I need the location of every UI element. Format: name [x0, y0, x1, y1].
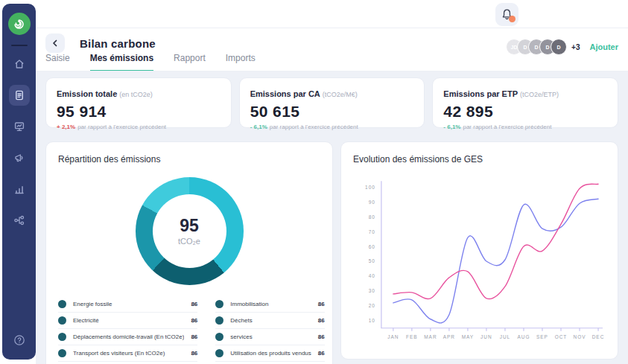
svg-text:MAR: MAR — [424, 334, 437, 339]
kpi-unit: (en tCO2e) — [119, 91, 153, 98]
sidebar-item-analytics[interactable] — [9, 179, 30, 199]
donut-chart-title: Répartition des émissions — [58, 154, 320, 165]
topbar — [36, 0, 628, 28]
kpi-card-emissions-par-ca: Emissions par CA(tCO2e/M€) 50 615 - 6,1%… — [239, 77, 425, 128]
svg-text:90: 90 — [369, 199, 375, 205]
legend-dot-icon — [58, 333, 66, 341]
legend-dot-icon — [215, 349, 223, 357]
svg-text:SEP: SEP — [536, 334, 548, 339]
kpi-row: Emission totale(en tCO2e) 95 914 + 2,1%p… — [45, 77, 618, 128]
kpi-value: 50 615 — [250, 103, 414, 121]
back-button[interactable] — [45, 33, 65, 53]
sidebar-item-help[interactable] — [9, 330, 30, 351]
svg-text:30: 30 — [369, 288, 375, 293]
app-logo-icon[interactable] — [8, 13, 31, 35]
svg-text:NOV: NOV — [574, 334, 586, 339]
tab-imports[interactable]: Imports — [226, 53, 256, 71]
legend-dot-icon — [215, 333, 223, 341]
donut-total-value: 95 — [180, 217, 199, 234]
megaphone-icon — [13, 152, 25, 164]
legend-dot-icon — [58, 316, 66, 325]
legend-label: Energie fossile — [73, 301, 184, 307]
legend-value: 86 — [191, 317, 197, 324]
legend-item: Déchets 86 — [215, 313, 324, 329]
legend-label: Déplacements domicile-travail (En tCO2e) — [73, 333, 184, 340]
legend-label: Immobilisation — [230, 301, 311, 307]
legend-label: services — [230, 333, 311, 340]
legend-value: 86 — [318, 333, 325, 340]
svg-text:50: 50 — [369, 258, 375, 264]
legend-dot-icon — [215, 300, 223, 308]
chevron-left-icon — [51, 39, 60, 48]
legend-item: Immobilisation 86 — [215, 296, 324, 313]
legend-value: 86 — [191, 333, 197, 340]
line-chart-title: Evolution des émissions de GES — [353, 154, 606, 165]
monitor-icon — [13, 121, 25, 132]
avatar-overflow-count: +3 — [571, 43, 580, 51]
kpi-card-emissions-par-etp: Emissions par ETP(tCO2e/ETP) 42 895 - 6,… — [432, 77, 618, 128]
kpi-delta-percent: - 6,1% — [250, 124, 267, 130]
legend-item: Energie fossile 86 — [58, 296, 197, 313]
svg-text:100: 100 — [365, 185, 375, 190]
tab-bar: Saisie Mes émissions Rapport Imports — [45, 53, 618, 71]
donut-chart-card: Répartition des émissions 95 tCO₂e Energ… — [45, 141, 333, 364]
sidebar-item-home[interactable] — [9, 54, 30, 74]
ges-evolution-chart: 102030405060708090100JANFEBMARAPRMAYJUNJ… — [353, 169, 606, 348]
kpi-card-emission-totale: Emission totale(en tCO2e) 95 914 + 2,1%p… — [45, 77, 232, 128]
legend-value: 86 — [318, 350, 325, 357]
document-icon — [13, 89, 25, 101]
sidebar-item-monitor[interactable] — [9, 116, 30, 137]
add-member-link[interactable]: Ajouter — [590, 42, 619, 51]
svg-text:APR: APR — [443, 334, 455, 339]
sidebar — [2, 4, 36, 360]
donut-legend: Energie fossile 86 Electricité 86 Déplac… — [58, 296, 320, 364]
donut-chart: 95 tCO₂e — [136, 177, 244, 285]
legend-dot-icon — [58, 349, 66, 357]
legend-item: Electricité 86 — [58, 313, 197, 329]
kpi-delta: - 6,1%par rapport à l'exercice précédent — [250, 124, 414, 130]
donut-total-unit: tCO₂e — [178, 237, 200, 246]
legend-item: Transport des visiteurs (En tCO2e) 86 — [58, 345, 197, 362]
kpi-title: Emission totale — [57, 89, 117, 98]
tab-rapport[interactable]: Rapport — [174, 53, 206, 71]
sidebar-item-announcements[interactable] — [9, 147, 30, 168]
svg-text:40: 40 — [369, 273, 375, 278]
svg-text:FEB: FEB — [406, 334, 418, 339]
notification-badge — [509, 16, 516, 22]
home-icon — [13, 58, 25, 70]
svg-text:70: 70 — [369, 229, 375, 234]
tab-saisie[interactable]: Saisie — [45, 53, 70, 71]
kpi-title: Emissions par CA — [250, 89, 320, 98]
svg-text:JUL: JUL — [500, 334, 511, 339]
sidebar-item-workflow[interactable] — [9, 210, 30, 231]
kpi-delta: - 6,1%par rapport à l'exercice précédent — [443, 124, 607, 130]
legend-label: Electricité — [73, 317, 184, 324]
svg-text:JUN: JUN — [480, 334, 492, 339]
kpi-value: 42 895 — [443, 103, 607, 121]
notifications-button[interactable] — [495, 3, 518, 26]
legend-value: 86 — [191, 301, 197, 307]
sidebar-divider — [11, 45, 28, 46]
series-blue — [393, 199, 598, 323]
donut-center: 95 tCO₂e — [136, 177, 244, 285]
kpi-delta: + 2,1%par rapport à l'exercice précédent — [57, 124, 221, 130]
legend-item: Déplacements domicile-travail (En tCO2e)… — [58, 329, 197, 345]
kpi-title: Emissions par ETP — [443, 89, 518, 98]
kpi-unit: (tCO2e/ETP) — [520, 91, 559, 98]
dashboard-content: Emission totale(en tCO2e) 95 914 + 2,1%p… — [36, 71, 628, 364]
svg-text:JAN: JAN — [387, 334, 399, 339]
kpi-unit: (tCO2e/M€) — [323, 91, 358, 98]
legend-item: Utilisation des produits vendus 86 — [215, 345, 324, 362]
svg-text:10: 10 — [369, 318, 375, 323]
svg-text:AUG: AUG — [517, 334, 530, 339]
sidebar-nav — [9, 54, 30, 231]
legend-dot-icon — [215, 316, 223, 325]
tab-mes-emissions[interactable]: Mes émissions — [90, 53, 153, 71]
legend-label: Utilisation des produits vendus — [230, 350, 311, 357]
svg-text:MAY: MAY — [462, 334, 475, 339]
sidebar-item-documents[interactable] — [9, 85, 30, 106]
help-circle-icon — [13, 334, 25, 346]
svg-text:OCT: OCT — [555, 334, 568, 339]
legend-label: Transport des visiteurs (En tCO2e) — [73, 350, 184, 357]
line-chart-card: Evolution des émissions de GES 102030405… — [340, 141, 618, 360]
